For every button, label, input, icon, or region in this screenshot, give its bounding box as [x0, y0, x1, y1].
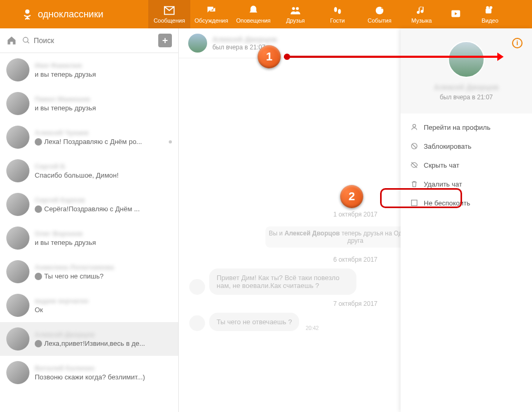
chat-avatar [6, 327, 29, 351]
message-avatar [189, 279, 205, 295]
comments-icon [206, 5, 217, 16]
tiny-avatar [35, 138, 42, 146]
play-icon [450, 8, 462, 19]
chat-header-avatar[interactable] [188, 34, 207, 53]
svg-point-4 [338, 9, 341, 14]
chat-name: Алексей Дворцов [35, 331, 172, 338]
chat-preview: Ты чего не спишь? [35, 272, 172, 280]
chat-item[interactable]: Имя Фамилия и вы теперь друзья [0, 53, 178, 87]
callout-1: 1 [258, 45, 281, 68]
chat-item[interactable]: Виталий Калинин Позвоню скажи когда? без… [0, 356, 178, 389]
chat-preview: Спасибо большое, Димон! [35, 171, 172, 179]
block-icon [410, 142, 418, 150]
nav-video[interactable]: Видео [469, 0, 511, 28]
message-avatar [189, 315, 205, 331]
chat-name: Анжелика Лопатникова [35, 263, 172, 271]
nav-discussions[interactable]: Обсуждения [190, 0, 232, 28]
chat-body: вадим корчагин Ок [35, 297, 172, 314]
chat-avatar [6, 126, 29, 149]
music-icon [416, 5, 427, 16]
chat-item[interactable]: Алексей Дворцов Леха,привет!Извини,весь … [0, 322, 178, 356]
menu-item-block[interactable]: Заблокировать [401, 137, 532, 156]
nav-guests[interactable]: Гости [316, 0, 359, 28]
trash-icon [410, 180, 418, 188]
brand-text: одноклассники [38, 9, 104, 20]
tiny-avatar [35, 340, 42, 347]
nav-notifications[interactable]: Оповещения [232, 0, 274, 28]
sidebar: + Имя Фамилия и вы теперь друзья Павел М… [0, 28, 179, 412]
info-panel: Алексей Дворцов был вчера в 21:07 Перейт… [401, 28, 532, 412]
footprints-icon [332, 5, 343, 16]
chat-preview: и вы теперь друзья [35, 70, 172, 78]
chat-avatar [6, 58, 29, 81]
video-icon [484, 5, 496, 16]
chat-name: Павел Мамишев [35, 95, 172, 103]
logo[interactable]: одноклассники [21, 8, 104, 20]
chat-avatar [6, 193, 29, 216]
unread-dot [169, 140, 172, 143]
chat-item[interactable]: Павел Мамишев и вы теперь друзья [0, 87, 178, 120]
chat-item[interactable]: Сергей Карпов Серёга!Поздравляю с Днём .… [0, 188, 178, 221]
message-time: 20:42 [305, 325, 319, 331]
chat-item[interactable]: Олег Воронов и вы теперь друзья [0, 221, 178, 255]
ok-logo-icon [21, 8, 34, 20]
home-icon[interactable] [6, 35, 17, 46]
new-chat-button[interactable]: + [158, 34, 172, 47]
chat-item[interactable]: вадим корчагин Ок [0, 289, 178, 322]
events-icon: 5 [374, 5, 385, 16]
chat-item[interactable]: Анжелика Лопатникова Ты чего не спишь? [0, 255, 178, 289]
info-status: был вчера в 21:07 [407, 94, 526, 101]
chat-avatar [6, 159, 29, 182]
svg-point-10 [489, 6, 493, 9]
chat-body: Павел Мамишев и вы теперь друзья [35, 95, 172, 112]
chat-name: вадим корчагин [35, 297, 172, 305]
friends-icon [290, 5, 301, 16]
chat-avatar [6, 294, 29, 317]
chat-preview: Леха,привет!Извини,весь в де... [35, 339, 172, 347]
chat-name: Виталий Калинин [35, 364, 172, 372]
chat-avatar [6, 361, 29, 384]
svg-point-1 [292, 7, 295, 10]
chat-body: Алексей Чукаев Леха! Поздравляю с Днём р… [35, 129, 172, 146]
nav-messages[interactable]: Сообщения [148, 0, 190, 28]
chat-item[interactable]: Алексей Чукаев Леха! Поздравляю с Днём р… [0, 120, 178, 154]
chat-body: Сергей Б Спасибо большое, Димон! [35, 162, 172, 179]
message-bubble: Привет Дим! Как ты? Всё таки повезло нам… [209, 269, 356, 295]
chat-preview: и вы теперь друзья [35, 239, 172, 246]
nav-friends[interactable]: Друзья [274, 0, 316, 28]
menu-item-dnd[interactable]: Не беспокоить [401, 193, 532, 212]
tiny-avatar [35, 205, 42, 213]
chat-avatar [6, 260, 29, 283]
search-wrap [22, 36, 153, 45]
menu-label: Скрыть чат [424, 161, 459, 169]
chat-preview: Серёга!Поздравляю с Днём ... [35, 205, 172, 213]
svg-point-9 [486, 6, 489, 9]
info-button[interactable]: i [512, 38, 523, 48]
mail-icon [163, 5, 175, 16]
chat-body: Сергей Карпов Серёга!Поздравляю с Днём .… [35, 196, 172, 213]
chat-preview: и вы теперь друзья [35, 104, 172, 112]
svg-rect-8 [486, 8, 492, 13]
search-input[interactable] [34, 36, 153, 45]
search-icon [22, 36, 30, 45]
svg-rect-15 [412, 200, 417, 206]
hide-icon [410, 161, 418, 169]
nav-events[interactable]: 5 События [359, 0, 401, 28]
nav-music[interactable]: Музыка [401, 0, 443, 28]
chat-name: Сергей Карпов [35, 196, 172, 204]
tiny-avatar [35, 273, 42, 280]
svg-point-3 [334, 7, 337, 12]
chat-name: Сергей Б [35, 162, 172, 170]
person-icon [410, 123, 418, 131]
chat-body: Алексей Дворцов Леха,привет!Извини,весь … [35, 331, 172, 347]
info-menu: Перейти на профильЗаблокироватьСкрыть ча… [401, 114, 532, 217]
nav-play[interactable] [443, 0, 469, 28]
menu-item-trash[interactable]: Удалить чат [401, 174, 532, 193]
menu-label: Не беспокоить [424, 199, 470, 207]
menu-item-person[interactable]: Перейти на профиль [401, 118, 532, 137]
menu-item-hide[interactable]: Скрыть чат [401, 156, 532, 174]
chat-pane: Алексей Дворцов был вчера в 21:07 i 1 ок… [179, 28, 532, 412]
chat-item[interactable]: Сергей Б Спасибо большое, Димон! [0, 154, 178, 188]
info-avatar[interactable] [448, 41, 485, 78]
chat-list: Имя Фамилия и вы теперь друзья Павел Мам… [0, 53, 178, 412]
